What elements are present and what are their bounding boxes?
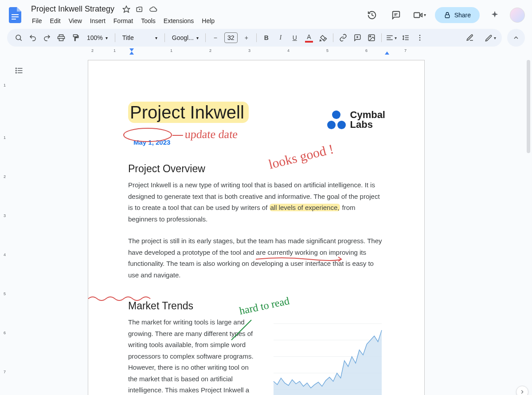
title-bar: Project Inkwell Strategy File Edit View … [0, 0, 532, 26]
font-size-decrease[interactable]: − [209, 32, 222, 44]
move-icon[interactable] [136, 5, 144, 13]
svg-rect-2 [12, 19, 16, 20]
menu-format[interactable]: Format [110, 16, 137, 26]
explore-button-icon[interactable] [516, 386, 528, 395]
ruler-number: 7 [404, 48, 407, 53]
annotation-update-date: update date [172, 128, 239, 141]
document-outline-icon[interactable] [13, 64, 25, 77]
document-title-input[interactable]: Project Inkwell Strategy [28, 4, 117, 15]
zoom-select[interactable]: 100%▾ [83, 34, 111, 41]
docs-logo-icon[interactable] [7, 7, 23, 23]
indent-marker-left[interactable] [129, 48, 134, 51]
share-label: Share [454, 12, 471, 19]
svg-rect-8 [445, 15, 449, 18]
menu-file[interactable]: File [28, 16, 46, 26]
redo-icon[interactable] [41, 32, 53, 44]
menu-tools[interactable]: Tools [137, 16, 159, 26]
svg-point-25 [419, 37, 420, 39]
ruler-number: 2 [209, 48, 211, 53]
vertical-ruler[interactable]: 1 1 2 3 4 5 6 7 [3, 56, 12, 395]
svg-rect-6 [414, 12, 420, 17]
line-spacing-icon[interactable] [399, 32, 412, 44]
account-avatar[interactable] [510, 8, 525, 23]
cloud-status-icon[interactable] [149, 5, 158, 13]
toolbar: 100%▾ Title▾ Googl...▾ − + B I U A ▾ ▾ [7, 29, 502, 47]
section-heading-overview[interactable]: Project Overview [128, 163, 384, 175]
horizontal-ruler[interactable]: 2 1 1 2 3 4 5 6 7 [15, 48, 525, 56]
svg-point-9 [16, 35, 21, 40]
undo-icon[interactable] [27, 32, 39, 44]
insert-image-icon[interactable] [365, 32, 378, 44]
svg-rect-1 [12, 16, 19, 17]
ruler-number: 1 [170, 48, 172, 53]
annotation-circle [122, 127, 175, 143]
font-select[interactable]: Googl...▾ [168, 34, 202, 41]
paragraph-style-select[interactable]: Title▾ [119, 34, 161, 41]
highlighted-text: all levels of experience, [270, 204, 340, 211]
menu-insert[interactable]: Insert [86, 16, 109, 26]
indent-marker-left-bottom[interactable] [129, 51, 134, 55]
svg-point-32 [16, 72, 17, 73]
ruler-number: 1 [113, 48, 116, 53]
font-size-input[interactable] [224, 32, 238, 43]
insert-link-icon[interactable] [337, 32, 349, 44]
font-size-increase[interactable]: + [240, 32, 253, 44]
meet-icon[interactable]: ▾ [411, 6, 429, 24]
doc-heading-title[interactable]: Project Inkwell [128, 102, 249, 123]
embedded-chart[interactable] [265, 319, 384, 395]
svg-marker-3 [123, 6, 130, 12]
svg-point-26 [419, 40, 420, 41]
search-icon[interactable] [12, 32, 25, 44]
svg-rect-12 [59, 39, 63, 41]
highlight-icon[interactable] [317, 32, 329, 44]
body-paragraph[interactable]: The market for writing tools is large an… [128, 316, 254, 395]
indent-marker-right[interactable] [385, 51, 389, 55]
paint-format-icon[interactable] [69, 32, 82, 44]
svg-point-33 [124, 128, 172, 142]
share-button[interactable]: Share [435, 7, 480, 23]
ruler-number: 4 [287, 48, 289, 53]
pen-tool-icon[interactable]: ▾ [484, 32, 497, 44]
menu-bar: File Edit View Insert Format Tools Exten… [28, 16, 360, 26]
svg-point-24 [419, 35, 420, 36]
vertical-scrollbar[interactable] [526, 56, 531, 395]
svg-rect-0 [12, 14, 19, 15]
document-page[interactable]: CymbalLabs Project Inkwell May 1, 2023 P… [88, 60, 425, 395]
ruler-number: 5 [326, 48, 329, 53]
add-comment-icon[interactable] [351, 32, 364, 44]
underline-icon[interactable]: U [289, 32, 301, 44]
collapse-toolbar-icon[interactable] [507, 29, 525, 47]
menu-edit[interactable]: Edit [47, 16, 64, 26]
menu-view[interactable]: View [65, 16, 86, 26]
gemini-icon[interactable] [486, 6, 504, 24]
star-icon[interactable] [122, 5, 130, 13]
text-color-icon[interactable]: A [303, 32, 315, 44]
company-logo: CymbalLabs [327, 110, 385, 130]
menu-help[interactable]: Help [198, 16, 218, 26]
ruler-number: 6 [365, 48, 368, 53]
ruler-number: 2 [91, 48, 94, 53]
body-paragraph[interactable]: Project Inkwell is a new type of writing… [128, 179, 384, 225]
ruler-number: 3 [248, 48, 250, 53]
svg-point-16 [369, 36, 371, 37]
align-icon[interactable]: ▾ [385, 32, 398, 44]
bold-icon[interactable]: B [260, 32, 273, 44]
print-icon[interactable] [55, 32, 67, 44]
svg-line-10 [20, 39, 21, 40]
history-icon[interactable] [363, 6, 381, 24]
comments-icon[interactable] [387, 6, 405, 24]
body-paragraph[interactable]: The project is still in its early stages… [128, 235, 384, 280]
section-heading-market[interactable]: Market Trends [128, 300, 384, 312]
italic-icon[interactable]: I [274, 32, 287, 44]
svg-point-30 [16, 68, 17, 69]
more-tools-icon[interactable] [414, 32, 426, 44]
svg-point-31 [16, 70, 17, 71]
lock-icon [444, 12, 451, 19]
svg-rect-11 [59, 35, 63, 36]
editing-mode-icon[interactable] [464, 32, 476, 44]
menu-extensions[interactable]: Extensions [160, 16, 197, 26]
